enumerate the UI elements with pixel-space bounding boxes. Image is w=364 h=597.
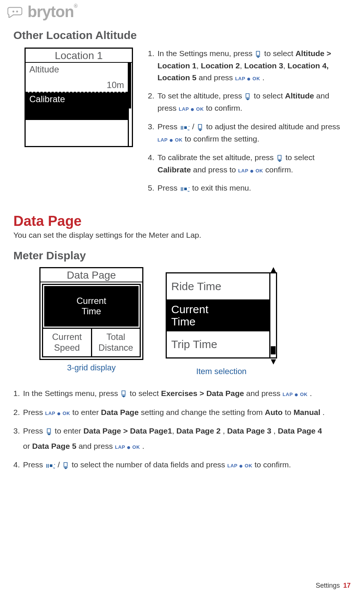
page-number: 17 (343, 582, 351, 589)
meter-step-1: In the Settings menu, press to select Ex… (13, 386, 351, 401)
svg-marker-19 (47, 434, 51, 435)
arrow-down-icon: ▼ (269, 356, 278, 367)
svg-rect-22 (50, 464, 52, 467)
altitude-value: 10m (29, 80, 124, 90)
altitude-row: Altitude 10m (26, 63, 128, 93)
svg-rect-8 (184, 126, 187, 129)
altitude-steps: In the Settings menu, press to select Al… (148, 48, 351, 201)
list-item-trip-time: Trip Time (167, 331, 269, 357)
screen2-title: Data Page (40, 268, 142, 282)
page-down-icon (197, 121, 203, 133)
scrollbar (269, 273, 276, 357)
brand-logo-icon (7, 6, 22, 18)
lap-ok-icon: LAP ● OK (179, 106, 204, 112)
svg-rect-7 (182, 126, 183, 130)
meter-step-2: Press LAP ● OK to enter Data Page settin… (13, 405, 351, 420)
svg-rect-15 (184, 188, 187, 190)
screen-title: Location 1 (26, 49, 132, 63)
altitude-label: Altitude (29, 64, 124, 75)
meter-step-4: Press / to select the number of data fie… (13, 457, 351, 473)
lap-ok-icon: LAP ● OK (235, 76, 260, 81)
cell-current-speed: Current Speed (43, 329, 91, 356)
calibrate-row: Calibrate (26, 93, 128, 120)
cell-total-distance: Total Distance (91, 329, 140, 356)
heading-meter-display: Meter Display (13, 249, 351, 262)
svg-rect-20 (46, 464, 47, 468)
page-down-icon (245, 91, 251, 103)
selected-field: Current Time (43, 285, 140, 328)
svg-rect-4 (246, 94, 249, 98)
list-item-ride-time: Ride Time (167, 273, 269, 299)
page-down-icon (46, 424, 52, 439)
pause-back-icon (181, 183, 189, 195)
step-3: Press / to adjust the desired altitude a… (148, 121, 345, 145)
step-1: In the Settings menu, press to select Al… (148, 48, 345, 83)
meter-step-3: Press to enter Data Page > Data Page1, D… (13, 424, 351, 454)
step-2: To set the altitude, press to select Alt… (148, 90, 345, 114)
lap-ok-icon: LAP ● OK (227, 463, 252, 468)
arrow-up-icon: ▲ (269, 264, 278, 275)
caption-3-grid: 3-grid display (39, 363, 143, 373)
device-screen-data-page: Data Page Current Time Current Speed Tot… (39, 267, 143, 360)
meter-steps: In the Settings menu, press to select Ex… (13, 386, 351, 473)
lap-ok-icon: LAP ● OK (157, 137, 182, 143)
page-footer: Settings 17 (316, 582, 351, 590)
svg-rect-21 (48, 464, 49, 468)
page-down-icon (63, 458, 69, 473)
page-down-icon (277, 152, 283, 164)
pause-back-icon (46, 458, 55, 473)
svg-rect-2 (256, 51, 260, 55)
svg-point-1 (16, 11, 18, 13)
svg-marker-24 (64, 467, 68, 469)
brand-name: bryton® (27, 3, 77, 21)
device-screen-location: Location 1 Altitude 10m Calibrate (25, 48, 133, 147)
svg-marker-17 (121, 396, 126, 398)
lap-ok-icon: LAP ● OK (115, 444, 140, 450)
list-item-current-time: Current Time (167, 299, 269, 331)
page-down-icon (255, 48, 261, 60)
svg-marker-3 (256, 56, 260, 58)
page-down-icon (121, 386, 127, 401)
svg-rect-11 (278, 155, 281, 159)
svg-rect-23 (64, 463, 67, 467)
scrollbar (128, 63, 131, 146)
svg-marker-10 (198, 129, 202, 131)
lap-ok-icon: LAP ● OK (238, 168, 263, 173)
brand-header: bryton® (0, 0, 364, 22)
screen-item-selection-wrap: ▲ Ride Time Current Time Trip Time ▼ Ite… (166, 267, 277, 376)
caption-item-selection: Item selection (166, 367, 277, 376)
svg-marker-5 (246, 98, 250, 100)
pause-back-icon (181, 121, 189, 133)
svg-marker-12 (277, 160, 282, 162)
step-5: Press to exit this menu. (148, 182, 345, 194)
svg-rect-9 (198, 124, 202, 129)
svg-rect-13 (181, 187, 182, 191)
svg-rect-18 (47, 429, 51, 433)
svg-rect-6 (181, 126, 182, 130)
screen-data-page-wrap: Data Page Current Time Current Speed Tot… (39, 267, 143, 373)
section-other-location-altitude: Other Location Altitude (13, 29, 351, 42)
svg-rect-16 (122, 391, 125, 395)
lap-ok-icon: LAP ● OK (45, 411, 70, 416)
footer-section: Settings (316, 582, 340, 589)
heading-data-page: Data Page (13, 213, 351, 229)
svg-rect-14 (182, 187, 183, 191)
step-4: To calibrate the set altitude, press to … (148, 152, 345, 176)
data-page-subtext: You can set the display settings for the… (13, 231, 351, 240)
svg-point-0 (13, 11, 14, 13)
lap-ok-icon: LAP ● OK (283, 392, 308, 397)
device-screen-item-selection: Ride Time Current Time Trip Time (166, 272, 277, 358)
